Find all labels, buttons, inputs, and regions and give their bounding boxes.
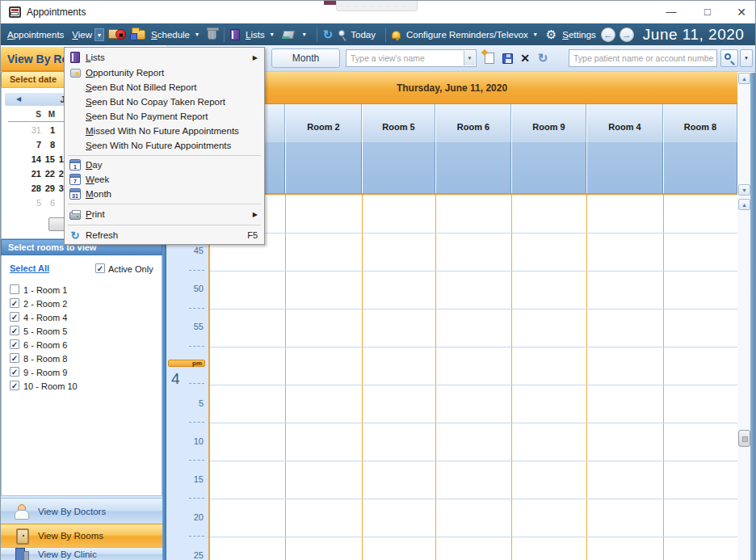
maximize-button[interactable]: □: [695, 4, 720, 20]
scroll-up-icon[interactable]: ▲: [738, 73, 750, 84]
time-minute-label: 10: [170, 436, 204, 446]
today-button[interactable]: Today: [351, 30, 376, 40]
close-button[interactable]: ✕: [729, 4, 754, 20]
menu-item-lists[interactable]: Lists▶: [65, 49, 264, 65]
room-checkbox[interactable]: ✓: [10, 298, 19, 308]
opportunity-icon: [70, 69, 81, 78]
grid-column-line: [362, 195, 363, 560]
menu-schedule[interactable]: Schedule: [151, 30, 190, 40]
search-button[interactable]: [720, 49, 738, 67]
grid-column-line: [586, 195, 587, 560]
active-only-checkbox[interactable]: ✓: [95, 263, 105, 273]
patient-search-input[interactable]: Type patient name or account number: [569, 49, 717, 67]
schedule-dropdown-arrow[interactable]: ▼: [192, 28, 202, 41]
room-checkbox[interactable]: ✓: [10, 339, 19, 349]
calendar-date[interactable]: 15: [42, 154, 55, 164]
menu-item-seen-but-not-billed-report[interactable]: Seen But Not Billed Report: [65, 80, 264, 95]
calendar-date[interactable]: 31: [28, 125, 41, 135]
configure-dropdown-arrow[interactable]: ▼: [531, 28, 540, 41]
next-day-button[interactable]: →: [620, 27, 634, 42]
search-dropdown-arrow[interactable]: ▼: [740, 49, 753, 67]
eraser-dropdown-arrow[interactable]: ▼: [300, 28, 309, 41]
view-dropdown-arrow[interactable]: ▼: [94, 28, 104, 41]
refresh-icon: ↻: [71, 230, 80, 241]
menu-item-month[interactable]: 31Month: [65, 187, 264, 201]
calendar-date[interactable]: 28: [28, 183, 41, 193]
calendar-date[interactable]: 14: [28, 154, 41, 164]
select-all-link[interactable]: Select All: [10, 263, 49, 273]
scrollbar-track[interactable]: [737, 73, 750, 560]
room-checkbox[interactable]: ✓: [10, 312, 19, 322]
blocked-time-cell[interactable]: [286, 142, 362, 193]
menu-item-seen-but-no-payment-report[interactable]: Seen But No Payment Report: [65, 109, 264, 124]
calendar-date[interactable]: 21: [28, 169, 41, 179]
reminder-bell-icon[interactable]: [392, 31, 401, 39]
menu-item-print[interactable]: Print▶: [65, 206, 264, 222]
scroll-up-icon[interactable]: ▲: [738, 199, 750, 210]
lists-dropdown-arrow[interactable]: ▼: [267, 28, 277, 41]
menu-item-refresh[interactable]: ↻RefreshF5: [65, 227, 264, 243]
blocked-time-cell[interactable]: [587, 142, 663, 193]
refresh-views-button[interactable]: ↻: [535, 50, 551, 66]
chevron-down-icon[interactable]: ▼: [464, 51, 475, 65]
configure-reminders-button[interactable]: Configure Reminders/Televox: [406, 30, 528, 40]
sidebar-button-view-by-clinic[interactable]: View By Clinic: [1, 547, 162, 560]
calendar-date[interactable]: 8: [42, 140, 55, 149]
sidebar-button-view-by-rooms[interactable]: View By Rooms: [1, 524, 162, 547]
folder-icon[interactable]: [132, 30, 145, 40]
select-date-tab[interactable]: Select date: [1, 71, 65, 87]
calendar-date[interactable]: 5: [28, 198, 41, 208]
previous-day-button[interactable]: ←: [601, 27, 615, 42]
calendar-date[interactable]: 7: [28, 140, 41, 149]
blocked-time-cell[interactable]: [363, 142, 435, 193]
view-name-placeholder: Type a view's name: [351, 53, 463, 63]
menu-item-opportunity-report[interactable]: Opportunity Report: [65, 65, 264, 80]
calendar-date[interactable]: 6: [42, 198, 55, 208]
grid-column-line: [285, 195, 286, 560]
sidebar-button-view-by-doctors[interactable]: View By Doctors: [1, 498, 162, 524]
schedule-grid[interactable]: [209, 195, 737, 560]
view-name-combobox[interactable]: Type a view's name ▼: [346, 49, 477, 67]
room-checkbox[interactable]: ✓: [10, 326, 19, 335]
pushpin-icon[interactable]: [338, 30, 345, 36]
menu-appointments[interactable]: Appointments: [7, 30, 64, 40]
minimize-button[interactable]: —: [659, 4, 683, 20]
room-checkbox[interactable]: [10, 284, 19, 294]
blocked-time-cell[interactable]: [436, 142, 511, 193]
time-minute-label: 20: [170, 512, 204, 522]
menu-item-seen-with-no-future-appointments[interactable]: Seen With No Future Appointments: [65, 138, 264, 153]
grid-row-line: [210, 347, 737, 347]
time-tick: [189, 460, 204, 461]
scroll-down-icon[interactable]: ▼: [738, 184, 750, 196]
room-checkbox[interactable]: ✓: [10, 381, 19, 390]
menu-item-day[interactable]: 1Day: [65, 158, 264, 172]
save-view-button[interactable]: [499, 50, 515, 66]
calendar-red-dot-icon[interactable]: ✖: [108, 28, 126, 41]
menu-lists[interactable]: Lists: [246, 30, 265, 40]
calendar-date[interactable]: 29: [42, 183, 55, 193]
room-checkbox[interactable]: ✓: [10, 353, 19, 363]
room-checkbox[interactable]: ✓: [10, 367, 19, 377]
patient-search-placeholder: Type patient name or account number: [573, 53, 714, 63]
lists-book-icon[interactable]: [230, 29, 240, 40]
trash-icon[interactable]: [208, 29, 216, 40]
calendar-date[interactable]: 1: [42, 125, 55, 135]
active-only-label: Active Only: [108, 264, 153, 274]
eraser-icon[interactable]: [282, 31, 295, 39]
menu-view[interactable]: View: [72, 30, 92, 40]
delete-view-button[interactable]: ✕: [517, 50, 533, 66]
month-view-button[interactable]: Month: [271, 48, 340, 68]
blocked-time-cell[interactable]: [664, 142, 737, 193]
menu-item-week[interactable]: 7Week: [65, 172, 264, 187]
gear-icon[interactable]: ⚙: [546, 28, 556, 40]
time-tick: [189, 536, 204, 537]
settings-button[interactable]: Settings: [562, 30, 596, 40]
menu-item-seen-but-no-copay-taken-report[interactable]: Seen But No Copay Taken Report: [65, 95, 264, 109]
band-bottom-border: [209, 193, 737, 195]
scrollbar-thumb[interactable]: [738, 430, 750, 447]
refresh-icon[interactable]: ↻: [323, 29, 334, 40]
calendar-date[interactable]: 22: [42, 169, 55, 179]
blocked-time-cell[interactable]: [512, 142, 586, 193]
menu-item-missed-with-no-future-appointments[interactable]: Missed With No Future Appointments: [65, 124, 264, 138]
new-view-button[interactable]: [481, 50, 498, 66]
